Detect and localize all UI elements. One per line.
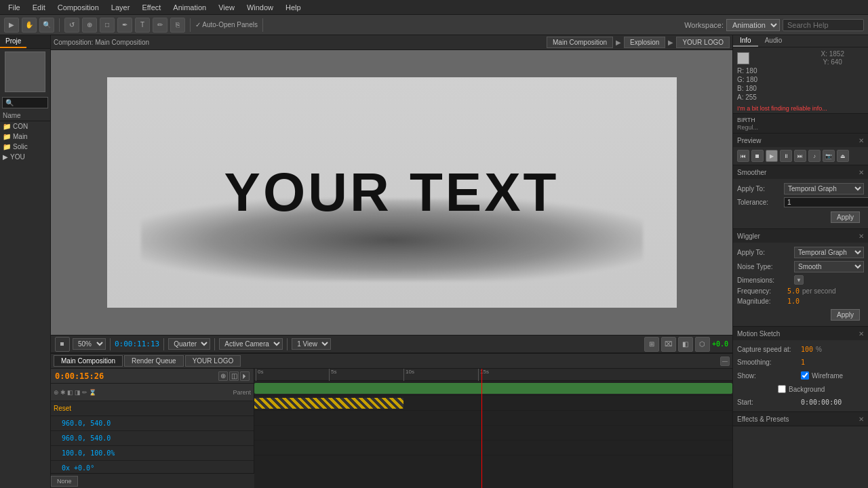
- tl-tab-render[interactable]: Render Queue: [124, 355, 184, 367]
- tool-zoom[interactable]: 🔍: [39, 18, 54, 33]
- prev-eject[interactable]: ⏏: [837, 150, 849, 162]
- wiggler-apply-btn[interactable]: Apply: [831, 309, 860, 321]
- vc-grid[interactable]: ⊞: [644, 337, 659, 352]
- info-grid: X: 1852 Y: 640 R: 180 G: 180 B: 180 A: 2…: [733, 47, 868, 104]
- menu-help[interactable]: Help: [280, 2, 307, 13]
- smoother-tolerance-input[interactable]: [784, 197, 868, 207]
- project-item-main[interactable]: 📁 Main: [0, 131, 50, 142]
- smoother-tolerance-label: Tolerance:: [737, 199, 781, 206]
- effects-section: Effects & Presets ✕: [733, 412, 868, 426]
- tool-paint[interactable]: ✏: [153, 18, 167, 33]
- menu-view[interactable]: View: [213, 2, 240, 13]
- preview-close[interactable]: ✕: [859, 137, 864, 144]
- tool-hand[interactable]: ✋: [22, 18, 37, 33]
- prev-first[interactable]: ⏮: [737, 150, 749, 162]
- vc-3d[interactable]: ⬡: [695, 337, 710, 352]
- tl-btn-1[interactable]: ⊕: [218, 371, 228, 381]
- project-item-con[interactable]: 📁 CON: [0, 121, 50, 131]
- tl-btn-2[interactable]: ◫: [229, 371, 239, 381]
- menu-effect[interactable]: Effect: [136, 2, 166, 13]
- motion-sketch-title: Motion Sketch: [737, 330, 780, 338]
- menu-edit[interactable]: Edit: [27, 2, 51, 13]
- tool-rotate[interactable]: ↺: [64, 18, 79, 33]
- vc-safe[interactable]: ⌧: [661, 337, 676, 352]
- tl-minimize[interactable]: —: [720, 357, 730, 366]
- tool-select[interactable]: ▶: [4, 18, 19, 33]
- vc-alpha[interactable]: ◧: [678, 337, 693, 352]
- menu-layer[interactable]: Layer: [106, 2, 136, 13]
- menu-file[interactable]: File: [3, 2, 26, 13]
- prev-last[interactable]: ⏭: [794, 150, 806, 162]
- menu-window[interactable]: Window: [241, 2, 279, 13]
- motion-sketch-close[interactable]: ✕: [859, 330, 864, 338]
- breadcrumb-explosion[interactable]: Explosion: [624, 37, 665, 48]
- ruler-0s: 0s: [256, 369, 263, 381]
- tool-anchor[interactable]: ⊕: [82, 18, 97, 33]
- project-thumbnail: [5, 52, 45, 92]
- wiggler-freq-row: Frequency: 5.0 per second: [737, 287, 864, 295]
- search-help-input[interactable]: [783, 19, 864, 31]
- breadcrumb-yourlogo[interactable]: YOUR LOGO: [676, 37, 730, 48]
- prev-play[interactable]: ▶: [766, 150, 778, 162]
- breadcrumb-main[interactable]: Main Composition: [547, 37, 613, 48]
- tool-shape[interactable]: □: [100, 18, 115, 33]
- tl-tab-main[interactable]: Main Composition: [54, 355, 123, 367]
- wiggler-dim-row: Dimensions: ▼: [737, 275, 864, 285]
- prev-pause[interactable]: ⏸: [780, 150, 792, 162]
- wiggler-dim-expand[interactable]: ▼: [794, 275, 804, 285]
- smoother-close[interactable]: ✕: [859, 169, 864, 176]
- tool-pen[interactable]: ✒: [117, 18, 132, 33]
- quality-select[interactable]: Quarter: [168, 338, 210, 350]
- tl-btn-3[interactable]: ⏵: [240, 371, 250, 381]
- info-tab[interactable]: Info: [733, 35, 758, 47]
- project-item-you[interactable]: ▶ YOU: [0, 152, 50, 162]
- tool-text[interactable]: T: [135, 18, 150, 33]
- a-value: A: 255: [737, 94, 800, 101]
- tl-val3: 100.0, 100.0%: [62, 449, 115, 457]
- prev-snapshot[interactable]: 📷: [823, 150, 835, 162]
- timeline-layers: 0:00:15:26 ⊕ ◫ ⏵ ⊕ ✱ ◧ ◨ ✏: [51, 369, 254, 488]
- tl-row-reset: Reset: [51, 401, 254, 416]
- wiggler-noise-select[interactable]: Smooth Jagged: [794, 261, 864, 272]
- view-select[interactable]: 1 View: [292, 338, 331, 350]
- track-row-3: [254, 411, 732, 426]
- toggle-switches-btn[interactable]: None: [51, 476, 78, 487]
- item-icon: ▶: [3, 153, 8, 161]
- track-bar-warning: [254, 398, 403, 409]
- composition-panel: Composition: Main Composition Main Compo…: [51, 35, 732, 352]
- tl-row-val2: 960.0, 540.0: [51, 431, 254, 446]
- background-checkbox[interactable]: [778, 385, 786, 393]
- zoom-select[interactable]: 50%: [73, 338, 106, 350]
- menu-animation[interactable]: Animation: [167, 2, 212, 13]
- x-label: X: 1852: [821, 50, 844, 58]
- camera-select[interactable]: Active Camera: [219, 338, 283, 350]
- tl-header: 0:00:15:26 ⊕ ◫ ⏵: [51, 369, 254, 384]
- menu-composition[interactable]: Composition: [52, 2, 104, 13]
- vc-preview-btn[interactable]: ⏹: [55, 337, 70, 352]
- smoother-apply-select[interactable]: Temporal Graph: [784, 183, 864, 195]
- menu-bar: File Edit Composition Layer Effect Anima…: [0, 0, 868, 15]
- track-row-2: [254, 396, 732, 411]
- project-item-solic[interactable]: 📁 Solic: [0, 142, 50, 152]
- effects-close[interactable]: ✕: [859, 415, 864, 423]
- track-bar-main: [254, 383, 732, 394]
- project-tab[interactable]: Proje: [0, 35, 26, 48]
- wiggler-close[interactable]: ✕: [859, 232, 864, 240]
- wiggler-freq-value: 5.0: [787, 287, 800, 295]
- smoother-section: Smoother ✕ Apply To: Temporal Graph Tole…: [733, 165, 868, 229]
- color-swatch: [737, 52, 749, 64]
- wiggler-noise-row: Noise Type: Smooth Jagged: [737, 261, 864, 272]
- smoother-apply-btn[interactable]: Apply: [831, 211, 860, 223]
- wireframe-checkbox[interactable]: [801, 371, 809, 380]
- prev-stop[interactable]: ⏹: [751, 150, 764, 162]
- prev-audio[interactable]: ♪: [808, 150, 821, 162]
- smoother-body: Apply To: Temporal Graph Tolerance: Appl…: [733, 179, 868, 228]
- tl-tab-yourlogo[interactable]: YOUR LOGO: [185, 355, 241, 367]
- ms-start-row: Start: 0:00:00:00: [737, 399, 864, 406]
- workspace-select[interactable]: Animation: [726, 19, 780, 31]
- audio-tab[interactable]: Audio: [758, 35, 789, 47]
- info-color-swatch-row: [737, 50, 800, 66]
- wiggler-apply-select[interactable]: Temporal Graph: [794, 247, 864, 258]
- project-search-input[interactable]: [2, 97, 48, 108]
- tool-clone[interactable]: ⎘: [170, 18, 185, 33]
